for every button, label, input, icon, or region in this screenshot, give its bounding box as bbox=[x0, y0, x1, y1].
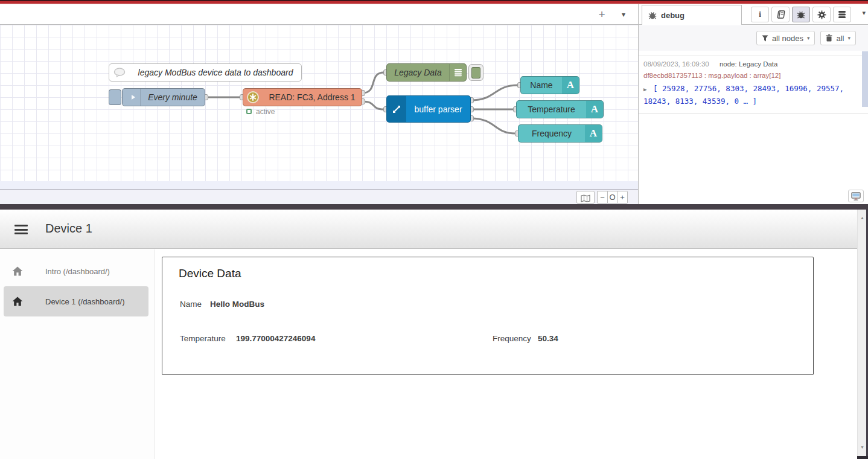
navigator-map-icon[interactable] bbox=[576, 191, 595, 204]
bug-icon bbox=[648, 11, 657, 19]
debug-message-payload: ▶ [ 25928, 27756, 8303, 28493, 16996, 29… bbox=[643, 83, 858, 107]
flow-tab-bar: + ▾ bbox=[0, 4, 638, 25]
field-temperature-label: Temperature bbox=[180, 334, 226, 343]
flow-canvas[interactable]: legacy ModBus device data to dashboard E… bbox=[0, 25, 638, 181]
resize-diagonal-icon bbox=[387, 96, 406, 122]
zoom-out-button[interactable]: − bbox=[597, 191, 607, 204]
modbus-read-node[interactable]: READ: FC3, Address 1 bbox=[243, 88, 362, 106]
list-icon bbox=[449, 64, 466, 81]
canvas-hscrollbar[interactable] bbox=[0, 181, 638, 189]
help-book-icon[interactable] bbox=[771, 7, 790, 22]
device-data-card: Device Data Name Hello ModBus Temperatur… bbox=[162, 257, 814, 375]
info-tab-button[interactable]: i bbox=[751, 7, 769, 22]
ui-text-node-name[interactable]: Name A bbox=[520, 76, 579, 94]
modbus-node-label: READ: FC3, Address 1 bbox=[263, 92, 362, 102]
monitor-icon bbox=[851, 192, 861, 201]
ui-frequency-label: Frequency bbox=[519, 129, 585, 138]
debug-toggle-button[interactable] bbox=[468, 64, 483, 81]
sidebar-item-intro[interactable]: Intro (/dashboard/) bbox=[4, 259, 148, 283]
field-frequency-label: Frequency bbox=[493, 334, 531, 343]
debug-node-legacy-data[interactable]: Legacy Data bbox=[386, 63, 467, 82]
menu-hamburger-icon[interactable] bbox=[14, 225, 28, 234]
zoom-in-button[interactable]: + bbox=[617, 191, 628, 204]
node-red-editor: + ▾ bbox=[0, 4, 638, 204]
dashboard-sidebar: Intro (/dashboard/) Device 1 (/dashboard… bbox=[0, 249, 155, 459]
inject-button[interactable] bbox=[109, 89, 121, 105]
modbus-status-icon bbox=[246, 109, 252, 114]
sidebar-toolbar: i bbox=[751, 7, 851, 22]
wire[interactable] bbox=[471, 118, 515, 133]
home-icon bbox=[12, 266, 23, 276]
field-frequency-value: 50.34 bbox=[538, 334, 558, 343]
field-name-value: Hello ModBus bbox=[210, 300, 264, 309]
scroll-up-icon[interactable]: ▲ bbox=[858, 216, 867, 220]
inject-node[interactable]: Every minute bbox=[122, 88, 205, 106]
editor-footer: − O + bbox=[0, 189, 638, 204]
filter-nodes-button[interactable]: all nodes ▾ bbox=[756, 31, 815, 45]
screen: + ▾ bbox=[0, 0, 868, 459]
scroll-down-icon[interactable]: ▼ bbox=[858, 445, 867, 449]
trash-icon bbox=[826, 34, 832, 42]
sidebar-scrollbar[interactable] bbox=[862, 51, 868, 107]
debug-tab-button[interactable] bbox=[792, 7, 810, 22]
ui-temperature-label: Temperature bbox=[517, 104, 586, 114]
sidebar-menu-chevron-icon[interactable]: ▾ bbox=[862, 9, 866, 17]
flow-list-chevron-icon[interactable]: ▾ bbox=[616, 7, 631, 22]
clear-messages-label: all bbox=[836, 34, 844, 43]
dashboard-window: Device 1 Intro (/dashboard/) Device 1 (/… bbox=[0, 210, 868, 459]
modbus-icon bbox=[243, 89, 263, 106]
payload-line-2: 18243, 8133, 43539, 0 … ] bbox=[643, 95, 858, 107]
text-a-icon: A bbox=[585, 125, 602, 142]
sidebar-item-label: Device 1 (/dashboard/) bbox=[45, 297, 125, 306]
filter-nodes-label: all nodes bbox=[772, 34, 803, 43]
comment-node[interactable]: legacy ModBus device data to dashboard bbox=[109, 63, 302, 82]
inject-node-label: Every minute bbox=[141, 92, 205, 102]
expand-triangle-icon[interactable]: ▶ bbox=[643, 86, 646, 92]
funnel-icon bbox=[762, 35, 768, 42]
debug-message[interactable]: 08/09/2023, 16:09:30 node: Legacy Data d… bbox=[639, 56, 868, 114]
sidebar-item-device-1[interactable]: Device 1 (/dashboard/) bbox=[4, 286, 148, 316]
debug-sidebar: debug i ▾ all bbox=[638, 4, 868, 204]
field-temperature-value: 199.77000427246094 bbox=[236, 334, 315, 343]
zoom-reset-button[interactable]: O bbox=[607, 191, 617, 204]
bug-icon bbox=[797, 11, 805, 19]
comment-node-label: legacy ModBus device data to dashboard bbox=[130, 68, 301, 77]
buffer-parser-node-label: buffer parser bbox=[406, 104, 470, 114]
tab-debug[interactable]: debug bbox=[642, 5, 742, 25]
debug-message-timestamp: 08/09/2023, 16:09:30 bbox=[643, 60, 709, 68]
wire[interactable] bbox=[362, 101, 384, 109]
chevron-down-icon: ▾ bbox=[847, 35, 850, 41]
ui-text-node-frequency[interactable]: Frequency A bbox=[518, 124, 602, 143]
debug-node-label: Legacy Data bbox=[387, 68, 449, 77]
card-title: Device Data bbox=[179, 267, 241, 280]
window-chrome-edge bbox=[0, 0, 868, 4]
window-divider bbox=[0, 204, 868, 210]
config-gear-icon[interactable] bbox=[812, 7, 831, 22]
buffer-parser-node[interactable]: buffer parser bbox=[386, 95, 471, 123]
dashboard-title: Device 1 bbox=[45, 222, 92, 236]
window-bottom-corner bbox=[857, 456, 868, 459]
open-dashboard-window-button[interactable] bbox=[848, 190, 864, 202]
sidebar-item-label: Intro (/dashboard/) bbox=[45, 267, 110, 276]
add-flow-button[interactable]: + bbox=[593, 6, 610, 23]
payload-line-1: [ 25928, 27756, 8303, 28493, 16996, 2955… bbox=[653, 84, 844, 93]
tab-debug-label: debug bbox=[661, 11, 685, 20]
dashboard-header: Device 1 bbox=[0, 210, 868, 249]
debug-filter-bar: all nodes ▾ all ▾ bbox=[639, 25, 868, 51]
clear-messages-button[interactable]: all ▾ bbox=[820, 31, 856, 45]
ui-name-label: Name bbox=[521, 80, 562, 90]
sidebar-tab-bar: debug i ▾ bbox=[639, 4, 868, 25]
debug-message-source-node: node: Legacy Data bbox=[720, 60, 778, 68]
wire[interactable] bbox=[362, 72, 384, 93]
chevron-down-icon: ▾ bbox=[807, 35, 810, 41]
comment-bubble-icon bbox=[109, 64, 130, 81]
home-icon bbox=[12, 297, 23, 306]
wire[interactable] bbox=[471, 85, 518, 100]
browser-scrollbar[interactable]: ▲ ▼ bbox=[857, 210, 866, 459]
inject-arrow-icon bbox=[123, 89, 141, 106]
context-database-icon[interactable] bbox=[833, 7, 851, 22]
debug-toggle-state bbox=[471, 67, 480, 79]
field-name-label: Name bbox=[180, 300, 202, 309]
ui-text-node-temperature[interactable]: Temperature A bbox=[516, 100, 604, 118]
modbus-status-text: active bbox=[256, 108, 275, 116]
